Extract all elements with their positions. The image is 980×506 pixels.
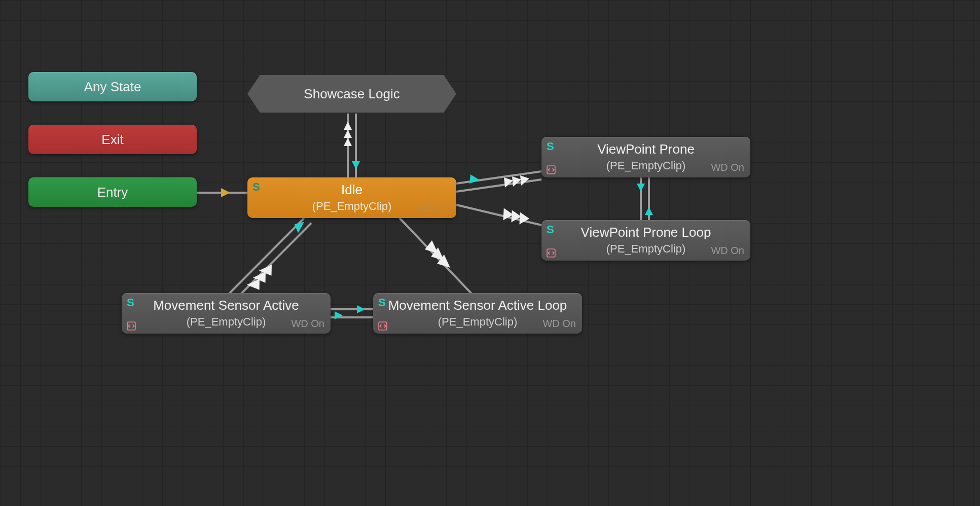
state-idle[interactable]: S Idle (PE_EmptyClip) WD On — [247, 177, 456, 218]
svg-line-8 — [229, 218, 304, 294]
state-msal-title: Movement Sensor Active Loop — [388, 298, 567, 313]
state-vpl-sub: (PE_EmptyClip) — [606, 242, 685, 256]
state-movement-sensor-active[interactable]: S Movement Sensor Active (PE_EmptyClip) … — [122, 293, 331, 334]
sync-icon: S — [252, 180, 260, 194]
svg-marker-9 — [293, 220, 304, 234]
animator-canvas[interactable]: Any State Exit Entry Showcase Logic S Id… — [0, 0, 980, 506]
wd-badge: WD On — [711, 245, 744, 257]
svg-line-24 — [456, 179, 541, 192]
sync-icon: S — [378, 296, 386, 309]
svg-marker-26 — [512, 176, 521, 187]
svg-marker-1 — [221, 188, 230, 197]
entry-label: Entry — [97, 185, 128, 200]
svg-marker-21 — [357, 305, 365, 313]
svg-marker-25 — [520, 175, 529, 186]
svg-marker-4 — [344, 130, 352, 138]
svg-marker-35 — [645, 207, 653, 215]
svg-marker-34 — [637, 184, 645, 192]
state-msa-title: Movement Sensor Active — [153, 298, 299, 313]
svg-marker-11 — [259, 261, 277, 278]
wd-badge: WD On — [711, 162, 744, 173]
showcase-logic-substate[interactable]: Showcase Logic — [247, 75, 456, 113]
showcase-logic-label: Showcase Logic — [304, 86, 400, 102]
sync-icon: S — [547, 223, 554, 236]
svg-line-28 — [456, 205, 541, 225]
svg-marker-15 — [425, 240, 438, 254]
behaviour-icon — [378, 321, 387, 331]
state-vpl-title: ViewPoint Prone Loop — [581, 225, 711, 240]
svg-marker-13 — [247, 275, 265, 293]
svg-line-10 — [236, 223, 311, 299]
wd-badge: WD On — [417, 202, 450, 214]
svg-marker-23 — [469, 174, 480, 184]
exit-node[interactable]: Exit — [28, 125, 197, 154]
svg-marker-31 — [502, 208, 514, 222]
state-vp-title: ViewPoint Prone — [597, 141, 695, 157]
behaviour-icon — [547, 165, 556, 174]
entry-node[interactable]: Entry — [28, 177, 197, 207]
any-state-node[interactable]: Any State — [28, 72, 197, 101]
behaviour-icon — [547, 248, 556, 258]
state-idle-sub: (PE_EmptyClip) — [312, 200, 391, 213]
state-msa-sub: (PE_EmptyClip) — [187, 315, 266, 329]
exit-label: Exit — [101, 132, 123, 148]
state-vp-sub: (PE_EmptyClip) — [606, 159, 685, 172]
svg-marker-7 — [352, 161, 360, 169]
svg-marker-30 — [510, 210, 522, 224]
state-idle-title: Idle — [341, 182, 362, 198]
sync-icon: S — [127, 296, 134, 309]
state-viewpoint-prone[interactable]: S ViewPoint Prone (PE_EmptyClip) WD On — [541, 137, 750, 177]
svg-marker-27 — [504, 177, 513, 188]
wd-badge: WD On — [291, 318, 324, 330]
svg-marker-5 — [344, 138, 352, 146]
svg-marker-12 — [253, 268, 271, 285]
svg-line-14 — [400, 218, 471, 294]
svg-line-22 — [456, 171, 541, 184]
wd-badge: WD On — [542, 318, 576, 330]
sync-icon: S — [547, 140, 554, 153]
state-viewpoint-prone-loop[interactable]: S ViewPoint Prone Loop (PE_EmptyClip) WD… — [541, 220, 750, 261]
state-msal-sub: (PE_EmptyClip) — [438, 315, 517, 329]
svg-marker-29 — [518, 212, 530, 226]
svg-marker-20 — [335, 311, 343, 319]
svg-marker-17 — [437, 255, 450, 268]
svg-marker-16 — [431, 247, 444, 261]
any-state-label: Any State — [84, 79, 141, 95]
svg-marker-3 — [344, 122, 352, 130]
state-movement-sensor-active-loop[interactable]: S Movement Sensor Active Loop (PE_EmptyC… — [373, 293, 582, 334]
behaviour-icon — [127, 321, 136, 331]
